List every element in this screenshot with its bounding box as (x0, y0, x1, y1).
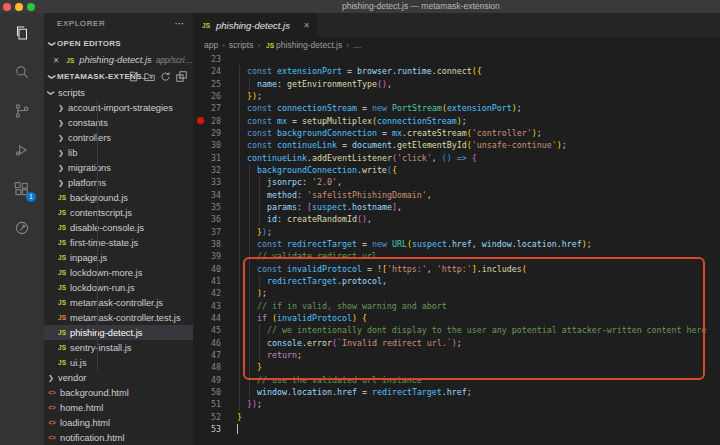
line-number[interactable]: 42 (193, 287, 221, 299)
code-line-23[interactable]: 23 (193, 53, 720, 65)
run-debug-icon[interactable] (0, 130, 44, 169)
line-number[interactable]: 24 (193, 65, 221, 77)
search-icon[interactable] (0, 52, 44, 91)
code-line-29[interactable]: 29 const backgroundConnection = mx.creat… (193, 127, 720, 139)
code-line-47[interactable]: 47 return; (193, 349, 720, 361)
line-number[interactable]: 25 (193, 78, 221, 90)
code-line-43[interactable]: 43 // if in valid, show warning and abor… (193, 300, 720, 312)
line-number[interactable]: 37 (193, 226, 221, 238)
code-line-38[interactable]: 38 const redirectTarget = new URL(suspec… (193, 238, 720, 250)
workspace-section-header[interactable]: ❯ METAMASK-EXTENS... (44, 68, 193, 85)
tree-item-home.html[interactable]: <>home.html (44, 400, 193, 415)
line-number[interactable]: 40 (193, 263, 221, 275)
line-number[interactable]: 43 (193, 300, 221, 312)
line-number[interactable]: 38 (193, 238, 221, 250)
breadcrumb-item-scripts[interactable]: scripts (229, 40, 254, 50)
line-number[interactable]: 48 (193, 361, 221, 373)
code-line-35[interactable]: 35 params: [suspect.hostname], (193, 201, 720, 213)
tree-item-account-import-strategies[interactable]: ❯account-import-strategies (44, 100, 193, 115)
code-line-25[interactable]: 25 name: getEnvironmentType(), (193, 78, 720, 90)
line-number[interactable]: 41 (193, 275, 221, 287)
line-number[interactable]: 39 (193, 250, 221, 262)
manage-circle-icon[interactable] (0, 208, 44, 247)
tree-item-platforms[interactable]: ❯platforms (44, 175, 193, 190)
code-line-52[interactable]: 52} (193, 411, 720, 423)
tree-item-background.html[interactable]: <>background.html (44, 385, 193, 400)
tree-item-metamask-controller.test.js[interactable]: JSmetamask-controller.test.js (44, 310, 193, 325)
close-tab-icon[interactable]: ✕ (303, 21, 310, 30)
new-file-icon[interactable] (128, 71, 139, 84)
source-control-icon[interactable] (0, 91, 44, 130)
tree-item-lib[interactable]: ❯lib (44, 145, 193, 160)
code-line-48[interactable]: 48 } (193, 361, 720, 373)
line-number[interactable]: 50 (193, 386, 221, 398)
tree-item-metamask-controller.js[interactable]: JSmetamask-controller.js (44, 295, 193, 310)
more-actions-icon[interactable]: ⋯ (174, 13, 185, 35)
tree-item-ui.js[interactable]: JSui.js (44, 355, 193, 370)
code-line-51[interactable]: 51 }); (193, 398, 720, 410)
line-number[interactable]: 27 (193, 102, 221, 114)
line-number[interactable]: 31 (193, 152, 221, 164)
new-folder-icon[interactable] (144, 71, 155, 84)
line-number[interactable]: 49 (193, 374, 221, 386)
tree-item-migrations[interactable]: ❯migrations (44, 160, 193, 175)
tree-item-controllers[interactable]: ❯controllers (44, 130, 193, 145)
code-line-37[interactable]: 37 }); (193, 226, 720, 238)
breadcrumb-item-phishing-detect.js[interactable]: JSphishing-detect.js (264, 40, 342, 50)
tree-item-constants[interactable]: ❯constants (44, 115, 193, 130)
line-number[interactable]: 46 (193, 337, 221, 349)
code-line-42[interactable]: 42 ); (193, 287, 720, 299)
close-editor-icon[interactable]: ✕ (53, 56, 59, 65)
line-number[interactable]: 33 (193, 176, 221, 188)
tree-item-disable-console.js[interactable]: JSdisable-console.js (44, 220, 193, 235)
line-number[interactable]: 30 (193, 139, 221, 151)
tree-item-notification.html[interactable]: <>notification.html (44, 430, 193, 445)
code-line-24[interactable]: 24 const extensionPort = browser.runtime… (193, 65, 720, 77)
line-number[interactable]: 53 (193, 423, 221, 435)
code-line-46[interactable]: 46 console.error(`Invalid redirect url.`… (193, 337, 720, 349)
code-line-36[interactable]: 36 id: createRandomId(), (193, 213, 720, 225)
breadcrumb-item-[interactable]: … (353, 40, 362, 50)
line-number[interactable]: 47 (193, 349, 221, 361)
code-line-27[interactable]: 27 const connectionStream = new PortStre… (193, 102, 720, 114)
code-line-28[interactable]: 28 const mx = setupMultiplex(connectionS… (193, 115, 720, 127)
code-line-49[interactable]: 49 // use the validated url instance (193, 374, 720, 386)
line-number[interactable]: 26 (193, 90, 221, 102)
code-line-32[interactable]: 32 backgroundConnection.write({ (193, 164, 720, 176)
minimize-window-icon[interactable] (15, 3, 23, 11)
line-number[interactable]: 35 (193, 201, 221, 213)
line-number[interactable]: 51 (193, 398, 221, 410)
breadcrumb-item-app[interactable]: app (204, 40, 218, 50)
tree-item-sentry-install.js[interactable]: JSsentry-install.js (44, 340, 193, 355)
tree-item-lockdown-more.js[interactable]: JSlockdown-more.js (44, 265, 193, 280)
tree-item-phishing-detect.js[interactable]: JSphishing-detect.js (44, 325, 193, 340)
open-editors-section-header[interactable]: ❯ OPEN EDITORS (44, 35, 193, 52)
code-line-33[interactable]: 33 jsonrpc: '2.0', (193, 176, 720, 188)
code-line-31[interactable]: 31 continueLink.addEventListener('click'… (193, 152, 720, 164)
code-line-41[interactable]: 41 redirectTarget.protocol, (193, 275, 720, 287)
tree-item-scripts[interactable]: ❯scripts (44, 85, 193, 100)
line-number[interactable]: 36 (193, 213, 221, 225)
code-line-53[interactable]: 53 (193, 423, 720, 435)
line-number[interactable]: 52 (193, 411, 221, 423)
line-number[interactable]: 23 (193, 53, 221, 65)
code-line-39[interactable]: 39 // validate redirect url (193, 250, 720, 262)
tree-item-vendor[interactable]: ❯vendor (44, 370, 193, 385)
tree-item-loading.html[interactable]: <>loading.html (44, 415, 193, 430)
tree-item-background.js[interactable]: JSbackground.js (44, 190, 193, 205)
files-icon[interactable] (0, 13, 44, 52)
tree-item-inpage.js[interactable]: JSinpage.js (44, 250, 193, 265)
line-number[interactable]: 34 (193, 189, 221, 201)
tree-item-contentscript.js[interactable]: JScontentscript.js (44, 205, 193, 220)
extensions-icon[interactable]: 1 (0, 169, 44, 208)
zoom-window-icon[interactable] (27, 3, 35, 11)
tree-item-first-time-state.js[interactable]: JSfirst-time-state.js (44, 235, 193, 250)
refresh-icon[interactable] (160, 71, 171, 84)
code-line-26[interactable]: 26 }); (193, 90, 720, 102)
code-line-40[interactable]: 40 const invalidProtocol = !['https:', '… (193, 263, 720, 275)
code-line-45[interactable]: 45 // we intentionally dont display to t… (193, 324, 720, 336)
line-number[interactable]: 44 (193, 312, 221, 324)
code-line-50[interactable]: 50 window.location.href = redirectTarget… (193, 386, 720, 398)
code-line-44[interactable]: 44 if (invalidProtocol) { (193, 312, 720, 324)
line-number[interactable]: 32 (193, 164, 221, 176)
